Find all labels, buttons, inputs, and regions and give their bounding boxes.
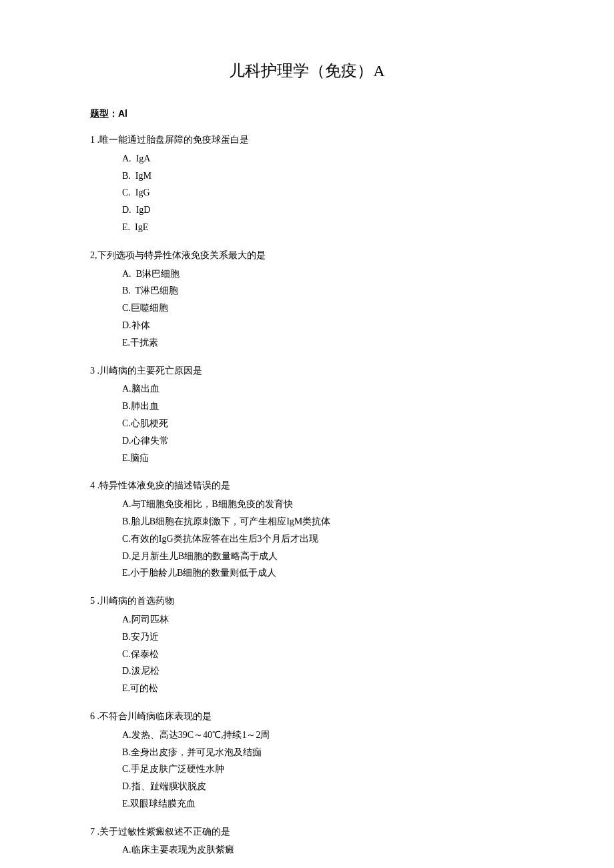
question-stem: 2,下列选项与特异性体液免疫关系最大的是 [90,248,524,264]
option-text: 补体 [131,320,150,330]
option-gap [131,171,135,181]
option: E.可的松 [122,681,524,697]
option: E.脑疝 [122,450,524,466]
question: 4 .特异性体液免疫的描述错误的是A.与T细胞免疫相比，B细胞免疫的发育快B.胎… [90,478,524,581]
option: D.泼尼松 [122,663,524,679]
option-text: IgM [135,171,151,181]
option-gap [131,153,136,163]
option-gap [131,187,135,197]
option-text: T淋巴细胞 [135,286,179,296]
option: E. IgE [122,220,524,236]
option-gap [131,269,136,279]
option-letter: B. [122,516,131,526]
section-label: 题型：Al [90,108,524,120]
option-text: 指、趾端膜状脱皮 [131,781,206,791]
document-title: 儿科护理学（免疫）A [90,60,524,81]
option-letter: D. [122,205,131,215]
option-text: 全身出皮疹，并可见水泡及结痂 [131,747,262,757]
option-text: 双眼球结膜充血 [130,799,196,809]
option: B. T淋巴细胞 [122,283,524,299]
option-letter: B. [122,171,131,181]
options-list: A.脑出血B.肺出血C.心肌梗死D.心律失常E.脑疝 [90,381,524,466]
option-text: 手足皮肤广泛硬性水肿 [131,764,224,774]
option-letter: C. [122,764,131,774]
option: A.临床主要表现为皮肤紫癜 [122,842,524,858]
option: B.全身出皮疹，并可见水泡及结痂 [122,745,524,761]
option-text: 脑出血 [131,384,160,394]
option-letter: C. [122,303,131,313]
question-text: .不符合川崎病临床表现的是 [97,711,212,721]
options-list: A.与T细胞免疫相比，B细胞免疫的发育快B.胎儿B细胞在抗原刺激下，可产生相应I… [90,496,524,581]
option-letter: B. [122,632,131,642]
option-text: 可的松 [130,683,158,693]
question-stem: 4 .特异性体液免疫的描述错误的是 [90,478,524,494]
option-text: 巨噬细胞 [131,303,168,313]
option-letter: E. [122,568,130,578]
question: 2,下列选项与特异性体液免疫关系最大的是A. B淋巴细胞B. T淋巴细胞C.巨噬… [90,248,524,351]
option-text: 心律失常 [131,436,169,446]
options-list: A. IgAB. IgMC. IgGD. IgDE. IgE [90,151,524,236]
option-text: 保泰松 [131,649,159,659]
option-letter: D. [122,666,131,676]
option-letter: A. [122,269,131,279]
option-letter: E. [122,338,130,348]
question-text: .关于过敏性紫癜叙述不正确的是 [97,827,231,837]
question-number: 4 [90,480,95,490]
option: B.安乃近 [122,629,524,645]
option: D. IgD [122,202,524,218]
option-letter: A. [122,153,131,163]
option-text: B淋巴细胞 [136,269,180,279]
option: D.补体 [122,318,524,334]
question-number: 5 [90,596,95,606]
option-letter: D. [122,436,131,446]
document-page: 儿科护理学（免疫）A 题型：Al 1 .唯一能通过胎盘屏障的免疫球蛋白是A. I… [0,0,614,868]
option-text: 与T细胞免疫相比，B细胞免疫的发育快 [131,499,293,509]
option: E.干扰素 [122,335,524,351]
question: 1 .唯一能通过胎盘屏障的免疫球蛋白是A. IgAB. IgMC. IgGD. … [90,132,524,236]
option-text: 临床主要表现为皮肤紫癜 [131,845,234,855]
option-text: 有效的IgG类抗体应答在出生后3个月后才出现 [131,534,318,544]
option-letter: E. [122,683,130,693]
option-text: IgD [136,205,151,215]
option-letter: C. [122,649,131,659]
option: A.与T细胞免疫相比，B细胞免疫的发育快 [122,496,524,512]
option-letter: D. [122,320,131,330]
option: C. IgG [122,185,524,201]
option-letter: E. [122,453,130,463]
options-list: A.临床主要表现为皮肤紫癜 [90,842,524,858]
option-text: 肺出血 [131,401,159,411]
question-number: 2 [90,250,95,260]
option: C.手足皮肤广泛硬性水肿 [122,761,524,777]
option-letter: B. [122,747,131,757]
option-text: 脑疝 [130,453,149,463]
question: 5 .川崎病的首选药物A.阿司匹林B.安乃近C.保泰松D.泼尼松E.可的松 [90,593,524,697]
question-text: 下列选项与特异性体液免疫关系最大的是 [97,250,266,260]
question-text: .特异性体液免疫的描述错误的是 [97,480,231,490]
option-letter: A. [122,614,131,624]
option: B.肺出血 [122,398,524,414]
option-letter: B. [122,286,131,296]
question-number: 7 [90,827,95,837]
option-text: 足月新生儿B细胞的数量略高于成人 [131,551,278,561]
option-letter: E. [122,222,130,232]
option-text: 安乃近 [131,632,159,642]
option-letter: A. [122,730,131,740]
options-list: A.发热、高达39C～40℃,持续1～2周B.全身出皮疹，并可见水泡及结痂C.手… [90,727,524,812]
question-text: .川崎病的首选药物 [97,596,175,606]
option-letter: C. [122,418,131,428]
option-letter: A. [122,845,131,855]
question-stem: 6 .不符合川崎病临床表现的是 [90,709,524,725]
option-text: 发热、高达39C～40℃,持续1～2周 [131,730,270,740]
question-text: .唯一能通过胎盘屏障的免疫球蛋白是 [97,135,250,145]
option: D.足月新生儿B细胞的数量略高于成人 [122,548,524,564]
question-text: .川崎病的主要死亡原因是 [97,366,203,376]
question: 6 .不符合川崎病临床表现的是A.发热、高达39C～40℃,持续1～2周B.全身… [90,709,524,812]
option-letter: E. [122,799,130,809]
question-number: 6 [90,711,95,721]
option-letter: A. [122,499,131,509]
question: 3 .川崎病的主要死亡原因是A.脑出血B.肺出血C.心肌梗死D.心律失常E.脑疝 [90,363,524,466]
question-stem: 5 .川崎病的首选药物 [90,593,524,609]
option: A.发热、高达39C～40℃,持续1～2周 [122,727,524,743]
option-text: IgE [135,222,148,232]
option-text: 胎儿B细胞在抗原刺激下，可产生相应IgM类抗体 [131,516,330,526]
